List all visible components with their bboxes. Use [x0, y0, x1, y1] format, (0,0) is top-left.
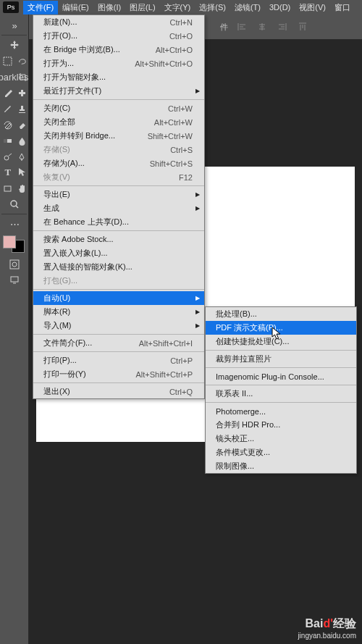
- watermark-brand: Baid'经验: [298, 616, 356, 632]
- menu-open-as[interactable]: 打开为...Alt+Shift+Ctrl+O: [33, 57, 204, 70]
- submenu-create-droplet[interactable]: 创建快捷批处理(C)...: [206, 335, 356, 348]
- submenu-fit-image[interactable]: 限制图像...: [206, 459, 356, 473]
- move-tool[interactable]: [1, 38, 28, 52]
- menu-generate[interactable]: 生成▶: [33, 201, 204, 215]
- rectangle-tool[interactable]: [1, 181, 14, 196]
- submenu-batch[interactable]: 批处理(B)...: [206, 307, 356, 321]
- edit-toolbar-icon[interactable]: ⋯: [1, 217, 28, 231]
- menu-layer[interactable]: 图层(L): [125, 1, 159, 14]
- submenu-arrow-icon: ▶: [195, 309, 200, 315]
- path-select-tool[interactable]: [16, 165, 29, 180]
- menu-close-all[interactable]: 关闭全部Alt+Ctrl+W: [33, 115, 204, 129]
- menu-scripts[interactable]: 脚本(R)▶: [33, 305, 204, 319]
- gradient-tool[interactable]: [1, 133, 14, 148]
- svg-rect-4: [4, 139, 7, 143]
- submenu-arrow-icon: ▶: [195, 322, 200, 329]
- menu-place-linked[interactable]: 置入链接的智能对象(K)...: [33, 260, 204, 274]
- color-swatch[interactable]: [3, 235, 25, 253]
- blur-tool[interactable]: [16, 133, 29, 148]
- type-tool[interactable]: T: [1, 165, 14, 180]
- menu-window[interactable]: 窗口: [330, 1, 355, 14]
- menu-close[interactable]: 关闭(C)Ctrl+W: [33, 101, 204, 115]
- menu-open-recent[interactable]: 最近打开文件(T)▶: [33, 84, 204, 98]
- lasso-tool[interactable]: [16, 54, 29, 68]
- align-top-icon[interactable]: [296, 20, 309, 33]
- menu-export[interactable]: 导出(E)▶: [33, 188, 204, 201]
- submenu-pdf-presentation[interactable]: PDF 演示文稿(P)...: [206, 321, 356, 335]
- menu-print[interactable]: 打印(P)...Ctrl+P: [33, 354, 204, 367]
- marquee-tool[interactable]: [1, 54, 14, 68]
- svg-point-9: [12, 262, 17, 267]
- menu-filter[interactable]: 滤镜(T): [230, 1, 265, 14]
- healing-brush-tool[interactable]: [16, 85, 29, 100]
- menu-open[interactable]: 打开(O)...Ctrl+O: [33, 29, 204, 43]
- options-label: 件: [220, 22, 228, 33]
- svg-point-5: [4, 156, 9, 160]
- ps-logo: Ps: [3, 1, 19, 13]
- eyedropper-tool[interactable]: [1, 85, 14, 100]
- crop-tool[interactable]: [17, 70, 28, 84]
- align-center-h-icon[interactable]: [256, 20, 269, 33]
- submenu-lens-correction[interactable]: 镜头校正...: [206, 432, 356, 446]
- tool-palette: » �parkles T ⋯: [0, 14, 29, 644]
- watermark: Baid'经验 jingyan.baidu.com: [298, 616, 356, 640]
- align-right-icon[interactable]: [276, 20, 289, 33]
- menu-import[interactable]: 导入(M)▶: [33, 319, 204, 333]
- align-left-icon[interactable]: [235, 20, 248, 33]
- svg-rect-2: [21, 90, 23, 96]
- menu-close-bridge[interactable]: 关闭并转到 Bridge...Shift+Ctrl+W: [33, 129, 204, 143]
- file-menu: 新建(N)...Ctrl+N 打开(O)...Ctrl+O 在 Bridge 中…: [33, 14, 205, 399]
- menu-image[interactable]: 图像(I): [93, 1, 125, 14]
- menu-automate[interactable]: 自动(U)▶: [33, 291, 204, 305]
- menu-package: 打包(G)...: [33, 274, 204, 288]
- svg-rect-10: [11, 277, 18, 282]
- menu-place-embed[interactable]: 置入嵌入对象(L)...: [33, 246, 204, 260]
- foreground-color[interactable]: [3, 235, 16, 248]
- svg-rect-0: [4, 57, 12, 65]
- menu-view[interactable]: 视图(V): [295, 1, 330, 14]
- screenmode-icon[interactable]: [1, 272, 28, 287]
- svg-point-7: [11, 201, 17, 206]
- submenu-arrow-icon: ▶: [195, 191, 200, 198]
- magic-wand-tool[interactable]: �parkles: [1, 70, 16, 84]
- zoom-tool[interactable]: [1, 197, 28, 212]
- submenu-arrow-icon: ▶: [195, 205, 200, 212]
- submenu-contact-sheet[interactable]: 联系表 II...: [206, 387, 356, 401]
- submenu-imagenomic[interactable]: Imagenomic Plug-in Console...: [206, 369, 356, 383]
- menu-browse-bridge[interactable]: 在 Bridge 中浏览(B)...Alt+Ctrl+O: [33, 43, 204, 57]
- submenu-arrow-icon: ▶: [195, 295, 200, 301]
- dodge-tool[interactable]: [1, 149, 14, 164]
- watermark-url: jingyan.baidu.com: [298, 632, 356, 640]
- menu-type[interactable]: 文字(Y): [160, 1, 195, 14]
- menu-file-info[interactable]: 文件简介(F)...Alt+Shift+Ctrl+I: [33, 336, 204, 350]
- menu-edit[interactable]: 编辑(E): [58, 1, 93, 14]
- collapse-icon[interactable]: »: [1, 18, 28, 33]
- automate-submenu: 批处理(B)... PDF 演示文稿(P)... 创建快捷批处理(C)... 裁…: [205, 306, 357, 474]
- menu-search-stock[interactable]: 搜索 Adobe Stock...: [33, 233, 204, 246]
- menu-revert: 恢复(V)F12: [33, 170, 204, 184]
- menu-3d[interactable]: 3D(D): [265, 1, 295, 13]
- submenu-arrow-icon: ▶: [195, 88, 200, 94]
- svg-rect-8: [10, 260, 19, 269]
- pen-tool[interactable]: [16, 149, 29, 164]
- menu-file[interactable]: 文件(F): [23, 1, 58, 14]
- menu-open-smart[interactable]: 打开为智能对象...: [33, 70, 204, 84]
- submenu-conditional-mode[interactable]: 条件模式更改...: [206, 446, 356, 459]
- brush-tool[interactable]: [1, 101, 14, 116]
- svg-rect-6: [4, 186, 11, 191]
- history-brush-tool[interactable]: [1, 117, 14, 132]
- menu-save-as[interactable]: 存储为(A)...Shift+Ctrl+S: [33, 156, 204, 170]
- menu-print-one[interactable]: 打印一份(Y)Alt+Shift+Ctrl+P: [33, 367, 204, 381]
- quickmask-icon[interactable]: [1, 257, 28, 272]
- submenu-photomerge[interactable]: Photomerge...: [206, 404, 356, 418]
- menu-exit[interactable]: 退出(X)Ctrl+Q: [33, 385, 204, 398]
- menu-new[interactable]: 新建(N)...Ctrl+N: [33, 15, 204, 29]
- menu-save: 存储(S)Ctrl+S: [33, 143, 204, 156]
- menu-select[interactable]: 选择(S): [195, 1, 230, 14]
- submenu-crop-straighten[interactable]: 裁剪并拉直照片: [206, 352, 356, 366]
- eraser-tool[interactable]: [16, 117, 29, 132]
- stamp-tool[interactable]: [16, 101, 29, 116]
- submenu-merge-hdr[interactable]: 合并到 HDR Pro...: [206, 418, 356, 432]
- hand-tool[interactable]: [16, 181, 29, 196]
- menu-behance[interactable]: 在 Behance 上共享(D)...: [33, 215, 204, 229]
